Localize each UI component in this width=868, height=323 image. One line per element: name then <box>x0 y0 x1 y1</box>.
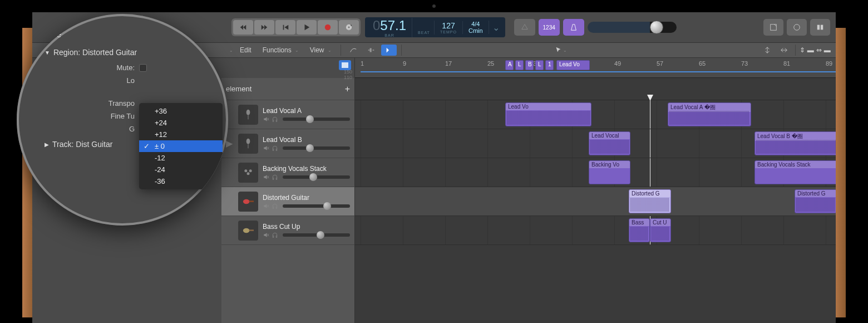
headphones-icon[interactable] <box>272 145 278 151</box>
region-section-header[interactable]: ▼ Region: Distorted Guitar <box>28 43 217 61</box>
audio-region[interactable]: Lead Vocal B �圈 <box>754 131 836 155</box>
track-row[interactable]: ▶Lead Vocal B <box>221 129 354 158</box>
horizontal-slider-icon[interactable]: ⇔ ▬ <box>816 45 831 56</box>
cycle-button[interactable] <box>339 20 359 35</box>
audio-region[interactable]: Lead Vocal <box>589 131 630 155</box>
bar-label: BAR <box>373 33 406 37</box>
mute-checkbox[interactable] <box>139 64 147 72</box>
vertical-zoom-icon[interactable] <box>760 45 775 56</box>
mute-icon[interactable] <box>263 174 269 180</box>
audio-region[interactable]: Backing Vocals Stack <box>754 160 836 184</box>
forward-button[interactable] <box>254 20 274 35</box>
track-row[interactable]: Bass Cut Up <box>221 216 354 245</box>
track-fader[interactable] <box>283 146 350 150</box>
metronome-button[interactable] <box>563 19 584 36</box>
flex-icon[interactable] <box>363 45 379 56</box>
audio-region[interactable]: Lead Vo <box>505 102 591 126</box>
dropdown-option[interactable]: -24 <box>139 164 223 175</box>
audio-region[interactable]: Bass <box>629 218 650 242</box>
ruler[interactable]: 1917253341495765738189 <box>355 58 836 78</box>
audio-region[interactable]: Distorted G <box>629 189 671 213</box>
ruler-number: 73 <box>741 60 748 67</box>
fader-knob[interactable] <box>323 202 331 210</box>
track-fader[interactable] <box>283 118 350 121</box>
dropdown-option[interactable]: +36 <box>139 105 223 117</box>
arrangement-marker[interactable]: A <box>505 60 514 70</box>
track-lane[interactable]: BassCut U <box>355 216 836 245</box>
track-lane[interactable]: Backing VoBacking Vocals Stack <box>355 158 836 187</box>
go-to-start-button[interactable] <box>275 20 295 35</box>
track-row[interactable]: Backing Vocals Stack <box>221 158 354 187</box>
record-button[interactable] <box>318 20 338 35</box>
loop-browser-button[interactable] <box>787 19 807 36</box>
arrangement-marker[interactable]: Lead Vo <box>556 60 590 70</box>
edit-menu[interactable]: Edit <box>235 45 256 56</box>
arrangement-marker[interactable]: B <box>525 60 534 70</box>
mute-icon[interactable] <box>263 232 269 238</box>
audio-region[interactable]: Backing Vo <box>589 160 630 184</box>
mute-icon[interactable] <box>263 145 269 151</box>
automation-curve-icon[interactable] <box>346 45 361 56</box>
dropdown-option[interactable]: +24 <box>139 117 223 129</box>
transpose-dropdown[interactable]: ▲▼ +36+24+12✓± 0-12-24-36 <box>139 103 223 189</box>
track-lane[interactable]: Lead VocalLead Vocal B �圈 <box>355 129 836 158</box>
notepad-button[interactable] <box>763 19 783 36</box>
track-fader[interactable] <box>283 175 350 179</box>
arrangement-marker[interactable]: L <box>515 60 524 70</box>
lcd-chevron-icon[interactable]: ⌄ <box>489 22 503 33</box>
catch-playhead-icon[interactable] <box>381 45 397 56</box>
arrangement-row[interactable]: element + <box>221 78 354 100</box>
lcd-display[interactable]: 057.1 BAR BEAT 127 TEMPO 4/4 Cmin ⌄ <box>365 17 505 37</box>
expand-chevron-icon[interactable]: ▶ <box>226 138 234 149</box>
svg-point-15 <box>243 228 250 232</box>
region-label: Backing Vocals Stack <box>755 161 836 168</box>
track-row[interactable]: Lead Vocal A <box>221 100 354 129</box>
arrangement-strip[interactable]: ALBL1Lead Vo <box>355 78 836 100</box>
dropdown-option[interactable]: +12 <box>139 129 223 140</box>
chevron-down-icon[interactable]: ⌄ <box>229 48 233 53</box>
timeline[interactable]: 1917253341495765738189 ALBL1Lead Vo Lead… <box>355 58 836 323</box>
functions-menu[interactable]: Functions⌄ <box>258 45 303 56</box>
fader-knob[interactable] <box>306 115 314 123</box>
fader-knob[interactable] <box>317 231 324 239</box>
headphones-icon[interactable] <box>272 116 278 123</box>
master-volume-slider[interactable] <box>588 22 677 33</box>
arrangement-marker[interactable]: 1 <box>545 60 554 70</box>
headphones-icon[interactable] <box>272 174 278 180</box>
track-fader[interactable] <box>283 204 350 208</box>
fader-knob[interactable] <box>306 144 314 152</box>
audio-region[interactable]: Distorted G <box>795 189 836 213</box>
track-lane[interactable]: Lead VoLead Vocal A �圈 <box>355 100 836 129</box>
bar-value: 57.1 <box>380 18 406 33</box>
mute-icon[interactable] <box>263 116 269 123</box>
arrangement-marker[interactable]: L <box>535 60 544 70</box>
ruler-number: 81 <box>783 60 790 67</box>
ruler-number: 57 <box>657 60 663 67</box>
pointer-tool-icon[interactable]: ⌄ <box>553 45 569 56</box>
tracks-area[interactable]: Lead VoLead Vocal A �圈Lead VocalLead Voc… <box>355 100 836 245</box>
add-arrangement-icon[interactable]: + <box>345 84 350 94</box>
audio-region[interactable]: Lead Vocal A �圈 <box>668 102 751 126</box>
track-row[interactable]: Distorted Guitar <box>221 187 354 216</box>
view-menu[interactable]: View⌄ <box>305 45 336 56</box>
horizontal-zoom-icon[interactable] <box>776 45 792 56</box>
dropdown-option[interactable]: ✓± 0 <box>139 140 223 152</box>
vertical-slider-icon[interactable]: ⇕ ▬ <box>799 45 815 56</box>
dropdown-option[interactable]: -12 <box>139 152 223 164</box>
disclosure-triangle-icon[interactable]: ▶ <box>45 141 49 148</box>
track-fader[interactable] <box>283 233 350 237</box>
svg-point-10 <box>244 169 247 172</box>
headphones-icon[interactable] <box>272 232 278 238</box>
rewind-button[interactable] <box>233 20 253 35</box>
count-in-button[interactable]: 1234 <box>539 19 560 36</box>
headphones-icon[interactable] <box>272 203 278 209</box>
track-lane[interactable]: Distorted GDistorted G <box>355 187 836 216</box>
mute-icon[interactable] <box>263 203 269 209</box>
play-button[interactable] <box>297 20 317 35</box>
tuner-button[interactable] <box>514 19 535 36</box>
browser-button[interactable] <box>810 19 830 36</box>
master-volume-knob[interactable] <box>650 21 663 34</box>
disclosure-triangle-icon[interactable]: ▼ <box>45 50 50 56</box>
fader-knob[interactable] <box>309 173 317 181</box>
audio-region[interactable]: Cut U <box>650 218 671 242</box>
